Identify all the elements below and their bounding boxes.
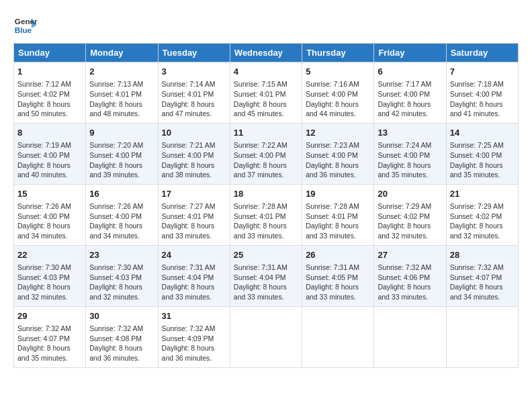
day-info: Sunrise: 7:28 AM	[306, 201, 370, 212]
day-number: 26	[306, 249, 370, 261]
day-info: and 32 minutes.	[89, 292, 154, 302]
day-info: and 36 minutes.	[306, 170, 370, 180]
day-info: Sunset: 4:00 PM	[234, 150, 298, 161]
day-info: Sunrise: 7:32 AM	[17, 324, 82, 334]
day-info: Sunrise: 7:22 AM	[234, 140, 298, 150]
day-info: Sunrise: 7:21 AM	[162, 140, 226, 150]
day-info: Sunset: 4:00 PM	[89, 212, 154, 222]
day-info: Daylight: 8 hours	[89, 343, 154, 353]
day-number: 16	[89, 188, 154, 200]
day-info: Daylight: 8 hours	[450, 99, 515, 109]
calendar-week-row: 29Sunrise: 7:32 AMSunset: 4:07 PMDayligh…	[14, 306, 519, 367]
day-number: 11	[234, 127, 298, 139]
calendar-cell: 14Sunrise: 7:25 AMSunset: 4:00 PMDayligh…	[446, 123, 518, 184]
day-info: Daylight: 8 hours	[17, 343, 82, 353]
day-info: Sunrise: 7:30 AM	[89, 263, 154, 273]
calendar-week-row: 15Sunrise: 7:26 AMSunset: 4:00 PMDayligh…	[14, 184, 519, 245]
day-info: Sunset: 4:00 PM	[378, 89, 442, 99]
day-number: 8	[17, 127, 82, 139]
day-info: Sunset: 4:09 PM	[162, 334, 226, 344]
day-number: 31	[162, 310, 226, 322]
calendar-cell: 6Sunrise: 7:17 AMSunset: 4:00 PMDaylight…	[374, 62, 446, 124]
day-info: Sunrise: 7:26 AM	[89, 201, 154, 212]
day-info: Sunrise: 7:29 AM	[450, 201, 515, 212]
day-number: 10	[162, 127, 226, 139]
day-info: and 33 minutes.	[378, 292, 442, 302]
weekday-header: Tuesday	[158, 44, 230, 62]
day-info: Daylight: 8 hours	[89, 221, 154, 231]
day-info: Sunset: 4:00 PM	[378, 150, 442, 161]
day-info: and 37 minutes.	[234, 170, 298, 180]
calendar-cell: 11Sunrise: 7:22 AMSunset: 4:00 PMDayligh…	[230, 123, 302, 184]
day-info: Sunrise: 7:26 AM	[17, 201, 82, 212]
calendar-cell	[230, 306, 302, 367]
day-info: Daylight: 8 hours	[162, 282, 226, 292]
calendar-cell	[446, 306, 518, 367]
weekday-header: Friday	[374, 44, 446, 62]
day-info: and 32 minutes.	[378, 231, 442, 241]
day-info: Sunset: 4:07 PM	[17, 334, 82, 344]
day-info: Sunset: 4:00 PM	[306, 89, 370, 99]
calendar-week-row: 1Sunrise: 7:12 AMSunset: 4:02 PMDaylight…	[14, 62, 519, 124]
day-info: Sunset: 4:05 PM	[306, 273, 370, 283]
day-info: Sunset: 4:02 PM	[450, 212, 515, 222]
day-info: Sunset: 4:00 PM	[450, 89, 515, 99]
day-info: Sunset: 4:01 PM	[89, 89, 154, 99]
calendar-cell: 23Sunrise: 7:30 AMSunset: 4:03 PMDayligh…	[86, 245, 158, 306]
day-info: Sunset: 4:02 PM	[378, 212, 442, 222]
day-number: 23	[89, 249, 154, 261]
day-info: Daylight: 8 hours	[306, 221, 370, 231]
day-number: 4	[234, 66, 298, 78]
day-info: Sunset: 4:01 PM	[162, 89, 226, 99]
day-info: Daylight: 8 hours	[17, 221, 82, 231]
day-number: 22	[17, 249, 82, 261]
day-info: and 34 minutes.	[17, 231, 82, 241]
day-info: Daylight: 8 hours	[89, 282, 154, 292]
calendar-cell	[374, 306, 446, 367]
day-info: Sunrise: 7:24 AM	[378, 140, 442, 150]
day-info: and 33 minutes.	[234, 292, 298, 302]
day-info: and 36 minutes.	[89, 353, 154, 363]
day-info: Sunrise: 7:16 AM	[306, 79, 370, 89]
day-info: Sunrise: 7:32 AM	[450, 263, 515, 273]
day-info: Daylight: 8 hours	[234, 221, 298, 231]
day-info: and 33 minutes.	[162, 231, 226, 241]
day-info: and 41 minutes.	[450, 109, 515, 119]
day-info: Sunset: 4:03 PM	[17, 273, 82, 283]
calendar-cell: 16Sunrise: 7:26 AMSunset: 4:00 PMDayligh…	[86, 184, 158, 245]
day-info: and 33 minutes.	[162, 292, 226, 302]
day-info: Sunrise: 7:30 AM	[17, 263, 82, 273]
day-info: Sunrise: 7:29 AM	[378, 201, 442, 212]
calendar-cell: 4Sunrise: 7:15 AMSunset: 4:01 PMDaylight…	[230, 62, 302, 124]
calendar-cell: 18Sunrise: 7:28 AMSunset: 4:01 PMDayligh…	[230, 184, 302, 245]
day-number: 15	[17, 188, 82, 200]
day-info: Daylight: 8 hours	[378, 161, 442, 171]
weekday-header: Wednesday	[230, 44, 302, 62]
day-info: Sunrise: 7:32 AM	[89, 324, 154, 334]
day-info: Daylight: 8 hours	[17, 99, 82, 109]
calendar-cell: 26Sunrise: 7:31 AMSunset: 4:05 PMDayligh…	[302, 245, 374, 306]
calendar-cell: 20Sunrise: 7:29 AMSunset: 4:02 PMDayligh…	[374, 184, 446, 245]
day-number: 14	[450, 127, 515, 139]
day-info: Daylight: 8 hours	[306, 161, 370, 171]
calendar-cell: 19Sunrise: 7:28 AMSunset: 4:01 PMDayligh…	[302, 184, 374, 245]
calendar-cell: 8Sunrise: 7:19 AMSunset: 4:00 PMDaylight…	[14, 123, 86, 184]
calendar-cell: 9Sunrise: 7:20 AMSunset: 4:00 PMDaylight…	[86, 123, 158, 184]
day-info: and 32 minutes.	[450, 231, 515, 241]
calendar-cell	[302, 306, 374, 367]
calendar-cell: 17Sunrise: 7:27 AMSunset: 4:01 PMDayligh…	[158, 184, 230, 245]
day-info: and 38 minutes.	[162, 170, 226, 180]
svg-text:Blue: Blue	[15, 26, 32, 34]
day-info: and 44 minutes.	[306, 109, 370, 119]
weekday-header: Thursday	[302, 44, 374, 62]
day-info: Daylight: 8 hours	[450, 221, 515, 231]
day-info: Sunset: 4:07 PM	[450, 273, 515, 283]
day-info: Sunset: 4:00 PM	[306, 150, 370, 161]
day-info: Daylight: 8 hours	[162, 343, 226, 353]
day-info: Sunrise: 7:27 AM	[162, 201, 226, 212]
day-info: Sunrise: 7:32 AM	[378, 263, 442, 273]
day-info: and 47 minutes.	[162, 109, 226, 119]
calendar-cell: 5Sunrise: 7:16 AMSunset: 4:00 PMDaylight…	[302, 62, 374, 124]
day-number: 27	[378, 249, 442, 261]
day-info: and 48 minutes.	[89, 109, 154, 119]
